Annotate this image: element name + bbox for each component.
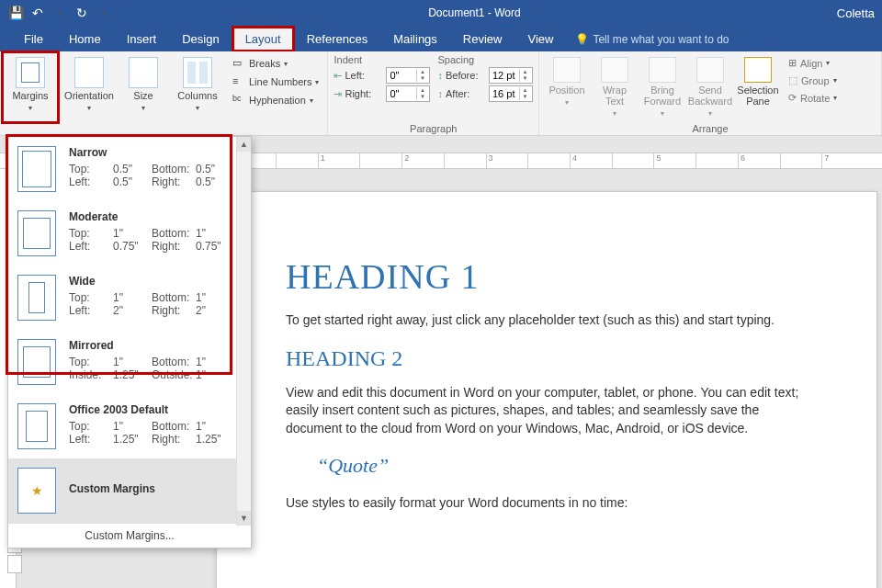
spacing-before-input[interactable]	[490, 70, 519, 81]
body-paragraph-2[interactable]: View and edit this document in Word on y…	[286, 384, 808, 438]
document-page[interactable]: HEADING 1 To get started right away, jus…	[216, 191, 877, 588]
columns-icon	[183, 57, 212, 88]
custom-margins-icon	[17, 468, 56, 514]
preset-mirrored[interactable]: MirroredTop:1"Bottom:1"Inside:1.25"Outsi…	[8, 330, 251, 394]
position-button[interactable]: Position▾	[545, 53, 589, 121]
title-bar: 💾 ↶ ▾ ↻ ▾ Document1 - Word Coletta	[0, 0, 882, 26]
custom-margins-command[interactable]: Custom Margins...	[8, 523, 251, 548]
rotate-icon: ⟳	[788, 92, 797, 104]
indent-left-icon: ⇤	[334, 70, 342, 82]
group-icon: ⬚	[788, 74, 797, 86]
window-title: Document1 - Word	[112, 6, 837, 19]
margins-button[interactable]: Margins▾	[4, 53, 57, 121]
body-paragraph-1[interactable]: To get started right away, just click an…	[286, 311, 808, 330]
indent-left-row: ⇤ Left: ▲▼	[334, 66, 430, 85]
spacing-after-row: ↕ After: ▲▼	[437, 85, 533, 103]
preset-custom-margins[interactable]: Custom Margins	[8, 458, 251, 523]
heading-2[interactable]: HEADING 2	[286, 346, 808, 371]
indent-right-row: ⇥ Right: ▲▼	[334, 85, 430, 103]
tab-layout[interactable]: Layout	[232, 27, 294, 51]
align-icon: ⊞	[788, 57, 797, 69]
tab-file[interactable]: File	[11, 27, 56, 51]
page-setup-small: ▭Breaks ▾ ≡Line Numbers ▾ bcHyphenation …	[230, 53, 322, 121]
group-button[interactable]: ⬚Group ▾	[786, 73, 840, 88]
size-icon	[129, 57, 158, 88]
indent-right-icon: ⇥	[334, 88, 342, 100]
heading-1[interactable]: HEADING 1	[286, 256, 808, 297]
spacing-before-field[interactable]: ▲▼	[489, 67, 533, 84]
preset-icon	[17, 275, 56, 321]
tab-mailings[interactable]: Mailings	[380, 27, 450, 51]
indent-right-label: Right:	[345, 88, 383, 99]
body-paragraph-3[interactable]: Use styles to easily format your Word do…	[286, 494, 808, 513]
scroll-down-icon[interactable]: ▼	[237, 511, 251, 526]
orientation-button[interactable]: Orientation▾	[62, 53, 116, 121]
spinner-icon[interactable]: ▲▼	[416, 87, 427, 100]
save-icon[interactable]: 💾	[7, 5, 24, 21]
spacing-after-field[interactable]: ▲▼	[489, 85, 533, 102]
qat-customize-icon[interactable]: ▾	[96, 5, 112, 21]
tell-me-label: Tell me what you want to do	[593, 33, 729, 46]
group-page-setup: Margins▾ Orientation▾ Size▾ Columns▾ ▭Br…	[0, 51, 328, 135]
spinner-icon[interactable]: ▲▼	[416, 69, 427, 82]
preset-office-2003-default[interactable]: Office 2003 DefaultTop:1"Bottom:1"Left:1…	[8, 394, 251, 458]
indent-left-label: Left:	[345, 70, 383, 81]
send-backward-icon	[696, 57, 724, 83]
spinner-icon[interactable]: ▲▼	[519, 87, 530, 100]
spacing-before-row: ↕ Before: ▲▼	[437, 66, 533, 85]
hyphenation-button[interactable]: bcHyphenation ▾	[230, 92, 322, 108]
margins-scrollbar[interactable]: ▲ ▼	[236, 137, 251, 526]
orientation-icon	[74, 57, 104, 88]
indent-left-input[interactable]	[387, 70, 416, 81]
quote-text[interactable]: “Quote”	[317, 454, 808, 478]
preset-wide[interactable]: WideTop:1"Bottom:1"Left:2"Right:2"	[8, 266, 251, 330]
thumb-page[interactable]	[7, 555, 22, 573]
ribbon-tabs: File Home Insert Design Layout Reference…	[0, 26, 882, 51]
preset-name: Office 2003 Default	[69, 403, 234, 416]
indent-left-field[interactable]: ▲▼	[386, 67, 430, 84]
paragraph-label: Paragraph	[334, 121, 533, 134]
tab-references[interactable]: References	[294, 27, 380, 51]
wrap-text-button[interactable]: Wrap Text▾	[593, 53, 637, 121]
columns-button[interactable]: Columns▾	[171, 53, 224, 121]
indent-right-input[interactable]	[387, 88, 416, 99]
preset-name: Moderate	[69, 210, 234, 223]
preset-name: Mirrored	[69, 339, 234, 352]
breaks-button[interactable]: ▭Breaks ▾	[230, 55, 322, 72]
selection-pane-button[interactable]: Selection Pane	[736, 53, 780, 121]
indent-header: Indent	[334, 53, 430, 66]
undo-icon[interactable]: ↶	[29, 5, 46, 21]
redo-icon[interactable]: ↻	[74, 5, 90, 21]
tab-design[interactable]: Design	[169, 27, 232, 51]
spacing-after-input[interactable]	[490, 88, 519, 99]
preset-narrow[interactable]: NarrowTop:0.5"Bottom:0.5"Left:0.5"Right:…	[8, 137, 251, 201]
hyphenation-icon: bc	[232, 94, 245, 107]
preset-icon	[17, 210, 56, 256]
margins-dropdown: NarrowTop:0.5"Bottom:0.5"Left:0.5"Right:…	[7, 136, 252, 548]
line-numbers-icon: ≡	[232, 75, 245, 88]
bring-forward-button[interactable]: Bring Forward▾	[640, 53, 684, 121]
scroll-up-icon[interactable]: ▲	[237, 137, 251, 152]
undo-caret-icon[interactable]: ▾	[51, 5, 68, 21]
margins-icon	[16, 57, 45, 88]
size-button[interactable]: Size▾	[121, 53, 165, 121]
preset-icon	[17, 403, 56, 449]
preset-moderate[interactable]: ModerateTop:1"Bottom:1"Left:0.75"Right:0…	[8, 201, 251, 266]
spacing-after-label: After:	[446, 88, 486, 99]
send-backward-button[interactable]: Send Backward▾	[688, 53, 732, 121]
line-numbers-button[interactable]: ≡Line Numbers ▾	[230, 74, 322, 90]
tab-insert[interactable]: Insert	[114, 27, 170, 51]
tab-review[interactable]: Review	[450, 27, 515, 51]
tab-home[interactable]: Home	[56, 27, 114, 51]
align-button[interactable]: ⊞Align ▾	[786, 55, 840, 71]
rotate-button[interactable]: ⟳Rotate ▾	[786, 90, 840, 106]
user-name[interactable]: Coletta	[837, 6, 875, 20]
indent-spacing: Indent ⇤ Left: ▲▼ ⇥ Right: ▲▼ Spacing	[334, 53, 533, 121]
preset-icon	[17, 339, 56, 385]
tell-me-search[interactable]: 💡 Tell me what you want to do	[566, 28, 738, 51]
breaks-icon: ▭	[232, 57, 245, 70]
indent-right-field[interactable]: ▲▼	[386, 85, 430, 102]
tab-view[interactable]: View	[514, 27, 566, 51]
spacing-before-label: Before:	[446, 70, 486, 81]
spinner-icon[interactable]: ▲▼	[519, 69, 530, 82]
